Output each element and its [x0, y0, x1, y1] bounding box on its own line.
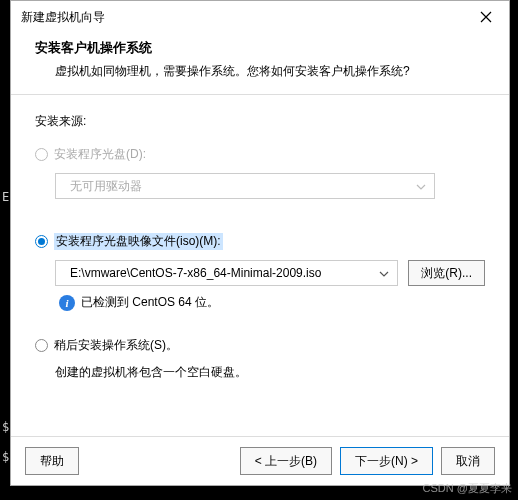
wizard-footer: 帮助 < 上一步(B) 下一步(N) > 取消 — [11, 436, 509, 485]
titlebar: 新建虚拟机向导 — [11, 1, 509, 33]
radio-iso-label: 安装程序光盘映像文件(iso)(M): — [54, 233, 223, 250]
iso-path-value: E:\vmware\CentOS-7-x86_64-Minimal-2009.i… — [70, 266, 321, 280]
cancel-button[interactable]: 取消 — [441, 447, 495, 475]
wizard-dialog: 新建虚拟机向导 安装客户机操作系统 虚拟机如同物理机，需要操作系统。您将如何安装… — [10, 0, 510, 486]
disc-drive-combo: 无可用驱动器 — [55, 173, 435, 199]
close-icon — [480, 11, 492, 23]
source-label: 安装来源: — [35, 113, 485, 130]
wizard-content: 安装来源: 安装程序光盘(D): 无可用驱动器 安装程序光盘映像文件(iso)(… — [11, 95, 509, 436]
chevron-down-icon — [416, 179, 426, 193]
disc-drive-value: 无可用驱动器 — [70, 178, 142, 195]
wizard-header: 安装客户机操作系统 虚拟机如同物理机，需要操作系统。您将如何安装客户机操作系统? — [11, 33, 509, 95]
watermark: CSDN @夏夏李来 — [423, 481, 512, 496]
radio-iso[interactable]: 安装程序光盘映像文件(iso)(M): — [35, 233, 485, 250]
browse-button[interactable]: 浏览(R)... — [408, 260, 485, 286]
close-button[interactable] — [473, 7, 499, 27]
radio-disc: 安装程序光盘(D): — [35, 146, 485, 163]
radio-disc-input — [35, 148, 48, 161]
radio-later-label: 稍后安装操作系统(S)。 — [54, 337, 178, 354]
radio-later-input[interactable] — [35, 339, 48, 352]
detection-text: 已检测到 CentOS 64 位。 — [81, 294, 219, 311]
help-button[interactable]: 帮助 — [25, 447, 79, 475]
chevron-down-icon — [379, 266, 389, 280]
page-desc: 虚拟机如同物理机，需要操作系统。您将如何安装客户机操作系统? — [55, 63, 485, 80]
radio-disc-label: 安装程序光盘(D): — [54, 146, 146, 163]
iso-path-combo[interactable]: E:\vmware\CentOS-7-x86_64-Minimal-2009.i… — [55, 260, 398, 286]
next-button[interactable]: 下一步(N) > — [340, 447, 433, 475]
page-title: 安装客户机操作系统 — [35, 39, 485, 57]
back-button[interactable]: < 上一步(B) — [240, 447, 332, 475]
radio-later[interactable]: 稍后安装操作系统(S)。 — [35, 337, 485, 354]
info-icon: i — [59, 295, 75, 311]
later-desc: 创建的虚拟机将包含一个空白硬盘。 — [55, 364, 485, 381]
detection-info: i 已检测到 CentOS 64 位。 — [59, 294, 485, 311]
radio-iso-input[interactable] — [35, 235, 48, 248]
titlebar-title: 新建虚拟机向导 — [21, 9, 105, 26]
